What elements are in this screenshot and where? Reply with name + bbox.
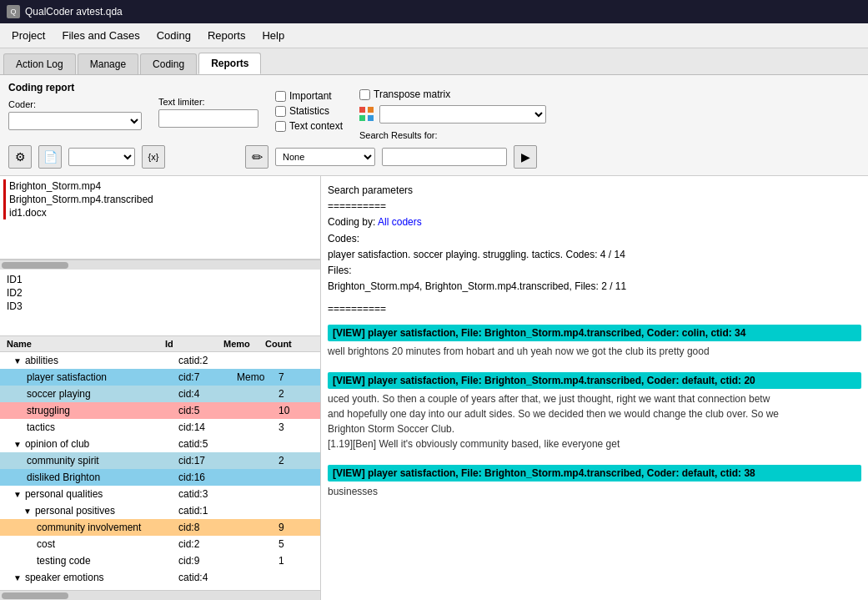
file-item[interactable]: id1.docx [3, 206, 317, 219]
tree-cell-name: abilities [25, 355, 175, 366]
result-text: well brightons 20 minutes from hobart an… [328, 344, 861, 359]
id-item[interactable]: ID1 [3, 273, 317, 286]
id-item[interactable]: ID2 [3, 286, 317, 300]
tree-row[interactable]: ▼ opinion of club catid:5 [0, 436, 320, 452]
important-label: Important [289, 90, 332, 102]
coding-by-value: All coders [378, 216, 422, 228]
file-button[interactable]: 📄 [38, 145, 62, 169]
separator-2: ========== [328, 301, 861, 317]
file-item[interactable]: Brighton_Storm.mp4 [3, 179, 317, 193]
col-header-name: Name [3, 339, 162, 349]
tree-row[interactable]: ▼ abilities catid:2 [0, 352, 320, 369]
main: Coding report Coder: Text limiter: Impor… [0, 75, 868, 600]
tab-action-log[interactable]: Action Log [3, 53, 76, 74]
controls-row2: ⚙ 📄 {x} ✏ None ▶ [8, 145, 860, 169]
tree-cell-id: cid:5 [175, 405, 233, 416]
coding-report-title: Coding report [8, 82, 142, 93]
tree-cell-id: catid:3 [175, 488, 233, 500]
tree-row[interactable]: cost cid:2 5 [0, 536, 320, 552]
color-scheme-select[interactable] [379, 105, 546, 124]
tree-cell-name: player satisfaction [27, 371, 175, 383]
tree-row[interactable]: ▼ speaker emotions catid:4 [0, 569, 320, 586]
files-value: Brighton_Storm.mp4, Brighton_Storm.mp4.t… [328, 279, 861, 295]
result-header: [VIEW] player satisfaction, File: Bright… [328, 465, 861, 482]
tree-cell-name: opinion of club [25, 438, 175, 450]
id-list[interactable]: ID1 ID2 ID3 [0, 270, 320, 336]
text-context-checkbox[interactable] [275, 121, 286, 132]
tree-cell-id: cid:7 [175, 371, 233, 383]
important-checkbox-row: Important [275, 90, 343, 102]
edit-button[interactable]: ✏ [245, 145, 268, 169]
menu-help[interactable]: Help [253, 26, 293, 45]
transpose-label: Transpose matrix [374, 88, 450, 100]
tree-cell-name: personal positives [35, 505, 175, 517]
tree-row[interactable]: disliked Brighton cid:16 [0, 469, 320, 486]
important-checkbox[interactable] [275, 91, 286, 102]
tree-row[interactable]: testing code cid:9 1 [0, 552, 320, 569]
search-results-input[interactable] [382, 148, 507, 166]
files-label: Files: [328, 263, 861, 279]
separator-1: ========== [328, 199, 861, 214]
text-context-label: Text context [289, 120, 343, 132]
text-limiter-input[interactable] [158, 109, 258, 128]
coder-select[interactable] [8, 112, 142, 130]
menu-reports[interactable]: Reports [199, 26, 254, 45]
col-header-memo: Memo [220, 339, 262, 349]
controls-row1: Coding report Coder: Text limiter: Impor… [8, 82, 860, 140]
col-header-id: Id [162, 339, 220, 349]
left-horizontal-scrollbar[interactable] [0, 590, 320, 600]
none-select[interactable]: None [275, 148, 375, 166]
tree-cell-count: 2 [275, 455, 317, 466]
transpose-checkbox[interactable] [359, 89, 370, 100]
expand-icon[interactable]: ▼ [13, 440, 22, 449]
tree-row[interactable]: tactics cid:14 3 [0, 419, 320, 436]
code-tree-header: Name Id Memo Count [0, 336, 320, 352]
file-item[interactable]: Brighton_Storm.mp4.transcribed [3, 193, 317, 206]
gear-button[interactable]: ⚙ [8, 145, 32, 169]
tree-cell-name: disliked Brighton [27, 471, 175, 483]
title-bar: Q QualCoder avtest.qda [0, 0, 868, 23]
right-panel: Search parameters ========== Coding by: … [321, 176, 868, 600]
tree-cell-id: catid:4 [175, 572, 233, 583]
tab-reports[interactable]: Reports [198, 53, 261, 74]
menu-project[interactable]: Project [3, 26, 53, 45]
var-button[interactable]: {x} [142, 145, 165, 169]
color-grid-icon [359, 107, 374, 122]
codes-line: Codes: [328, 231, 861, 247]
coder-label: Coder: [8, 99, 142, 109]
transpose-checkbox-row: Transpose matrix [359, 88, 546, 100]
tree-cell-count: 7 [275, 371, 317, 383]
file-list[interactable]: Brighton_Storm.mp4 Brighton_Storm.mp4.tr… [0, 176, 320, 260]
tree-cell-id: cid:4 [175, 388, 233, 400]
statistics-checkbox[interactable] [275, 106, 286, 117]
expand-icon[interactable]: ▼ [13, 573, 22, 582]
tree-row[interactable]: player satisfaction cid:7 Memo 7 [0, 369, 320, 386]
filter-select[interactable] [68, 148, 135, 166]
expand-icon[interactable]: ▼ [13, 490, 22, 499]
file-horizontal-scrollbar[interactable] [0, 260, 320, 270]
code-tree[interactable]: Name Id Memo Count ▼ abilities catid:2 [0, 336, 320, 590]
params-title: Search parameters [328, 183, 861, 199]
run-button[interactable]: ▶ [514, 145, 537, 169]
tree-row[interactable]: ▼ personal positives catid:1 [0, 502, 320, 519]
tree-row[interactable]: ▼ personal qualities catid:3 [0, 486, 320, 502]
menu-coding[interactable]: Coding [148, 26, 199, 45]
tree-row[interactable]: struggling cid:5 10 [0, 402, 320, 419]
left-panel: Brighton_Storm.mp4 Brighton_Storm.mp4.tr… [0, 176, 321, 600]
search-results-label: Search Results for: [359, 130, 438, 140]
text-limiter-group: Text limiter: [158, 82, 258, 128]
expand-icon[interactable]: ▼ [23, 507, 32, 516]
id-item[interactable]: ID3 [3, 300, 317, 313]
tree-cell-name: testing code [37, 555, 175, 567]
tab-manage[interactable]: Manage [78, 53, 138, 74]
tab-coding[interactable]: Coding [140, 53, 197, 74]
col-header-count: Count [262, 339, 304, 349]
tree-cell-id: cid:16 [175, 471, 233, 483]
expand-icon[interactable]: ▼ [13, 356, 22, 366]
tree-cell-id: cid:9 [175, 555, 233, 567]
text-context-checkbox-row: Text context [275, 120, 343, 132]
tree-row[interactable]: soccer playing cid:4 2 [0, 386, 320, 402]
tree-row[interactable]: community involvement cid:8 9 [0, 519, 320, 536]
menu-files-and-cases[interactable]: Files and Cases [53, 26, 148, 45]
tree-row[interactable]: community spirit cid:17 2 [0, 452, 320, 469]
